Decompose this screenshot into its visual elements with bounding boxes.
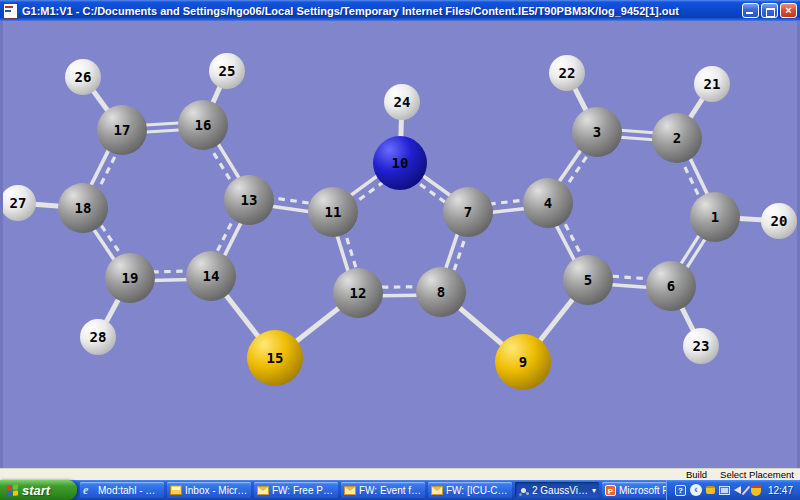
atom-C-11[interactable]: 11 (308, 187, 358, 237)
atom-H-26[interactable]: 26 (65, 59, 101, 95)
atom-number-label: 1 (711, 209, 719, 225)
atom-number-label: 8 (437, 284, 445, 300)
atom-number-label: 28 (90, 329, 107, 345)
shield-tray-icon[interactable] (751, 485, 761, 496)
atom-C-13[interactable]: 13 (224, 175, 274, 225)
atom-H-25[interactable]: 25 (209, 53, 245, 89)
molecule-viewport[interactable]: 1234567891011121314151617181920212223242… (0, 21, 800, 468)
title-bar[interactable]: G1:M1:V1 - C:/Documents and Settings/hgo… (0, 0, 800, 21)
atom-C-8[interactable]: 8 (416, 267, 466, 317)
atom-C-14[interactable]: 14 (186, 251, 236, 301)
monitor-tray-icon[interactable] (719, 486, 730, 495)
atom-C-17[interactable]: 17 (97, 105, 147, 155)
tray-icons: ?‹ (675, 484, 761, 496)
speaker-tray-icon[interactable] (734, 486, 741, 494)
atom-S-9[interactable]: 9 (495, 334, 551, 390)
atom-number-label: 12 (350, 285, 367, 301)
taskbar-button-4[interactable]: FW: Event for th... (341, 482, 425, 498)
atom-number-label: 22 (559, 65, 576, 81)
atom-H-22[interactable]: 22 (549, 55, 585, 91)
atom-C-16[interactable]: 16 (178, 100, 228, 150)
atom-number-label: 19 (122, 270, 139, 286)
atom-H-27[interactable]: 27 (0, 185, 36, 221)
atom-number-label: 3 (593, 124, 601, 140)
gaussview-app-icon (3, 3, 18, 19)
atom-number-label: 7 (464, 204, 472, 220)
atom-number-label: 15 (267, 350, 284, 366)
mail-icon (431, 486, 443, 495)
taskbar-buttons: eMod:tahl - Che...Inbox - Microsoft...FW… (77, 480, 666, 500)
atom-S-15[interactable]: 15 (247, 330, 303, 386)
atom-number-label: 5 (584, 272, 592, 288)
atom-number-label: 6 (667, 278, 675, 294)
taskbar-button-7[interactable]: PMicrosoft PowerP... (602, 482, 666, 498)
taskbar-button-1[interactable]: eMod:tahl - Che... (80, 482, 164, 498)
atom-C-12[interactable]: 12 (333, 268, 383, 318)
group-dropdown-icon[interactable]: ▾ (592, 486, 596, 495)
atom-C-18[interactable]: 18 (58, 183, 108, 233)
atom-H-23[interactable]: 23 (683, 328, 719, 364)
start-button[interactable]: start (0, 480, 77, 500)
atom-H-20[interactable]: 20 (761, 203, 797, 239)
atom-number-label: 18 (75, 200, 92, 216)
atom-N-10[interactable]: 10 (373, 136, 427, 190)
taskbar-button-label: FW: [ICU-Club-C... (446, 485, 509, 496)
pen-tray-icon[interactable] (742, 485, 751, 495)
status-placement: Select Placement (720, 469, 794, 480)
atom-C-4[interactable]: 4 (523, 178, 573, 228)
atom-H-28[interactable]: 28 (80, 319, 116, 355)
tray-clock[interactable]: 12:47 (768, 485, 793, 496)
atom-number-label: 9 (519, 354, 527, 370)
close-button[interactable]: × (780, 3, 797, 18)
taskbar-button-label: FW: Free Publicit... (272, 485, 335, 496)
atom-C-1[interactable]: 1 (690, 192, 740, 242)
atom-C-19[interactable]: 19 (105, 253, 155, 303)
taskbar-button-6[interactable]: 2 GaussView▾ (515, 482, 599, 498)
atom-C-6[interactable]: 6 (646, 261, 696, 311)
atom-number-label: 26 (75, 69, 92, 85)
taskbar-button-2[interactable]: Inbox - Microsoft... (167, 482, 251, 498)
mail-icon (344, 486, 356, 495)
molecule-canvas[interactable]: 1234567891011121314151617181920212223242… (0, 21, 800, 468)
window-border-left (0, 21, 3, 468)
atom-number-label: 13 (241, 192, 258, 208)
taskbar-button-label: Mod:tahl - Che... (98, 485, 161, 496)
chevron-tray-icon[interactable]: ‹ (690, 484, 702, 496)
gaussview-icon (521, 488, 526, 493)
system-tray: ?‹ 12:47 (666, 480, 800, 500)
outlook-icon (170, 485, 182, 495)
atom-C-2[interactable]: 2 (652, 113, 702, 163)
atom-number-label: 23 (693, 338, 710, 354)
atom-H-24[interactable]: 24 (384, 84, 420, 120)
minimize-button[interactable] (742, 3, 759, 18)
taskbar-button-label: Microsoft PowerP... (619, 485, 666, 496)
atom-number-label: 20 (771, 213, 788, 229)
atom-number-label: 14 (203, 268, 220, 284)
atom-C-3[interactable]: 3 (572, 107, 622, 157)
lock-tray-icon[interactable] (706, 486, 715, 494)
gaussview-window: G1:M1:V1 - C:/Documents and Settings/hgo… (0, 0, 800, 500)
ie-icon: e (83, 484, 95, 496)
taskbar-button-3[interactable]: FW: Free Publicit... (254, 482, 338, 498)
atom-number-label: 25 (219, 63, 236, 79)
status-bar: Build Select Placement (0, 468, 800, 480)
powerpoint-icon: P (605, 485, 616, 496)
atom-number-label: 11 (325, 204, 342, 220)
taskbar-button-5[interactable]: FW: [ICU-Club-C... (428, 482, 512, 498)
taskbar-button-label: FW: Event for th... (359, 485, 422, 496)
atom-number-label: 27 (10, 195, 27, 211)
taskbar: start eMod:tahl - Che...Inbox - Microsof… (0, 480, 800, 500)
mail-icon (257, 486, 269, 495)
taskbar-button-label: Inbox - Microsoft... (185, 485, 248, 496)
atom-number-label: 2 (673, 130, 681, 146)
status-mode: Build (686, 469, 707, 480)
restore-button[interactable] (761, 3, 778, 18)
windows-logo-icon (7, 484, 18, 496)
atom-C-7[interactable]: 7 (443, 187, 493, 237)
atom-number-label: 21 (704, 76, 721, 92)
atom-H-21[interactable]: 21 (694, 66, 730, 102)
window-title: G1:M1:V1 - C:/Documents and Settings/hgo… (22, 5, 742, 17)
atom-C-5[interactable]: 5 (563, 255, 613, 305)
help-tray-icon[interactable]: ? (675, 485, 686, 496)
atom-number-label: 16 (195, 117, 212, 133)
